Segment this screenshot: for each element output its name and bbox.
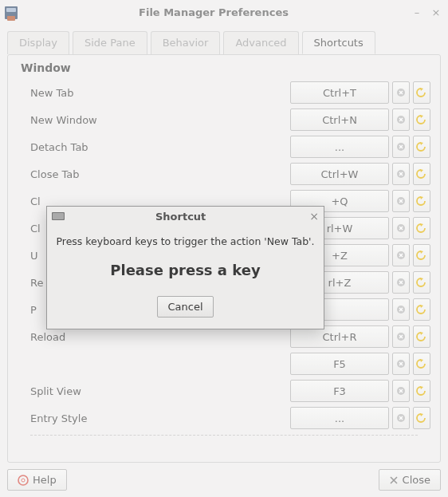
shortcut-value: +Q — [331, 195, 348, 207]
shortcut-row-entry-style: Entry Style ... — [30, 404, 430, 432]
shortcut-label: Entry Style — [30, 412, 290, 424]
shortcut-row-close-tab: Close Tab Ctrl+W — [30, 160, 430, 187]
help-button-label: Help — [33, 474, 57, 486]
dialog-press-key-text: Please press a key — [55, 262, 316, 278]
clear-shortcut-button[interactable] — [392, 325, 410, 348]
dialog-titlebar: Shortcut × — [47, 207, 324, 226]
shortcut-field[interactable]: Ctrl+N — [290, 108, 389, 131]
reset-shortcut-button[interactable] — [413, 407, 430, 429]
tab-behavior[interactable]: Behavior — [151, 31, 221, 54]
shortcut-value: Ctrl+R — [322, 331, 356, 343]
tab-shortcuts[interactable]: Shortcuts — [302, 31, 375, 54]
shortcut-value: Ctrl+N — [322, 114, 357, 126]
tab-display[interactable]: Display — [7, 31, 69, 54]
cancel-button[interactable]: Cancel — [157, 296, 213, 318]
shortcut-label: New Window — [30, 114, 290, 126]
clear-icon — [396, 223, 406, 233]
reset-icon — [416, 223, 427, 233]
shortcut-row-new-tab: New Tab Ctrl+T — [30, 79, 430, 106]
close-icon — [389, 475, 399, 485]
reset-icon — [416, 115, 427, 124]
clear-icon — [396, 169, 406, 179]
shortcut-label: Close Tab — [30, 168, 290, 180]
reset-shortcut-button[interactable] — [413, 136, 430, 158]
clear-shortcut-button[interactable] — [392, 108, 410, 131]
shortcut-value: Ctrl+T — [323, 87, 356, 99]
shortcut-field[interactable]: F5 — [290, 353, 389, 375]
reset-shortcut-button[interactable] — [413, 81, 430, 104]
clear-icon — [396, 196, 406, 206]
clear-shortcut-button[interactable] — [392, 136, 410, 158]
tab-label: Behavior — [163, 37, 209, 49]
reset-icon — [416, 250, 427, 260]
reset-icon — [416, 305, 427, 314]
window-minimize-button[interactable]: – — [410, 6, 424, 20]
shortcut-field[interactable]: ... — [290, 407, 389, 429]
shortcut-field[interactable]: Ctrl+T — [290, 81, 389, 104]
shortcut-value: ... — [335, 412, 344, 424]
dialog-body: Press keyboard keys to trigger the actio… — [47, 226, 324, 325]
clear-shortcut-button[interactable] — [392, 163, 410, 185]
tab-label: Advanced — [235, 37, 286, 49]
dialog-button-bar: Help Close — [7, 469, 441, 491]
dialog-title: Shortcut — [65, 211, 309, 223]
reset-shortcut-button[interactable] — [413, 190, 430, 212]
reset-shortcut-button[interactable] — [413, 217, 430, 239]
shortcut-label: New Tab — [30, 87, 290, 99]
clear-shortcut-button[interactable] — [392, 353, 410, 375]
section-heading: Window — [21, 61, 440, 74]
clear-shortcut-button[interactable] — [392, 380, 410, 402]
shortcut-value: rl+W — [327, 223, 353, 235]
shortcut-value: +Z — [332, 250, 348, 262]
reset-shortcut-button[interactable] — [413, 380, 430, 402]
shortcut-row-reload-alt: F5 — [30, 350, 430, 377]
shortcut-label: Reload — [30, 331, 290, 343]
clear-icon — [396, 305, 406, 314]
shortcut-field[interactable]: ... — [290, 136, 389, 158]
clear-shortcut-button[interactable] — [392, 271, 410, 294]
shortcut-value: ... — [335, 141, 344, 153]
close-button-label: Close — [403, 474, 430, 486]
reset-icon — [416, 332, 427, 341]
clear-shortcut-button[interactable] — [392, 190, 410, 212]
clear-icon — [396, 278, 406, 287]
window-title: File Manager Preferences — [22, 6, 405, 18]
close-button[interactable]: Close — [379, 469, 441, 491]
list-divider — [30, 435, 418, 436]
clear-icon — [396, 359, 406, 369]
reset-shortcut-button[interactable] — [413, 325, 430, 348]
reset-icon — [416, 386, 427, 396]
clear-icon — [396, 386, 406, 396]
shortcut-capture-dialog: Shortcut × Press keyboard keys to trigge… — [46, 206, 324, 329]
shortcut-row-new-window: New Window Ctrl+N — [30, 106, 430, 133]
reset-icon — [416, 196, 427, 206]
reset-shortcut-button[interactable] — [413, 271, 430, 294]
window-close-button[interactable]: × — [429, 6, 443, 20]
reset-shortcut-button[interactable] — [413, 108, 430, 131]
clear-shortcut-button[interactable] — [392, 244, 410, 266]
reset-icon — [416, 413, 427, 423]
clear-icon — [396, 332, 406, 341]
reset-icon — [416, 359, 427, 369]
reset-shortcut-button[interactable] — [413, 163, 430, 185]
shortcut-value: Ctrl+W — [321, 168, 359, 180]
dialog-close-button[interactable]: × — [309, 210, 319, 223]
tab-label: Side Pane — [84, 37, 136, 49]
shortcut-row-detach-tab: Detach Tab ... — [30, 133, 430, 160]
reset-shortcut-button[interactable] — [413, 244, 430, 266]
shortcut-row-split-view: Split View F3 — [30, 377, 430, 404]
shortcut-value: F3 — [333, 385, 346, 397]
shortcut-field[interactable]: F3 — [290, 380, 389, 402]
clear-shortcut-button[interactable] — [392, 81, 410, 104]
reset-shortcut-button[interactable] — [413, 353, 430, 375]
shortcut-label: Detach Tab — [30, 141, 290, 153]
tab-side-pane[interactable]: Side Pane — [73, 31, 147, 54]
clear-shortcut-button[interactable] — [392, 298, 410, 321]
shortcut-field[interactable]: Ctrl+W — [290, 163, 389, 185]
shortcut-label: Split View — [30, 385, 290, 397]
clear-shortcut-button[interactable] — [392, 217, 410, 239]
clear-shortcut-button[interactable] — [392, 407, 410, 429]
tab-advanced[interactable]: Advanced — [223, 31, 298, 54]
reset-shortcut-button[interactable] — [413, 298, 430, 321]
help-button[interactable]: Help — [7, 469, 67, 491]
